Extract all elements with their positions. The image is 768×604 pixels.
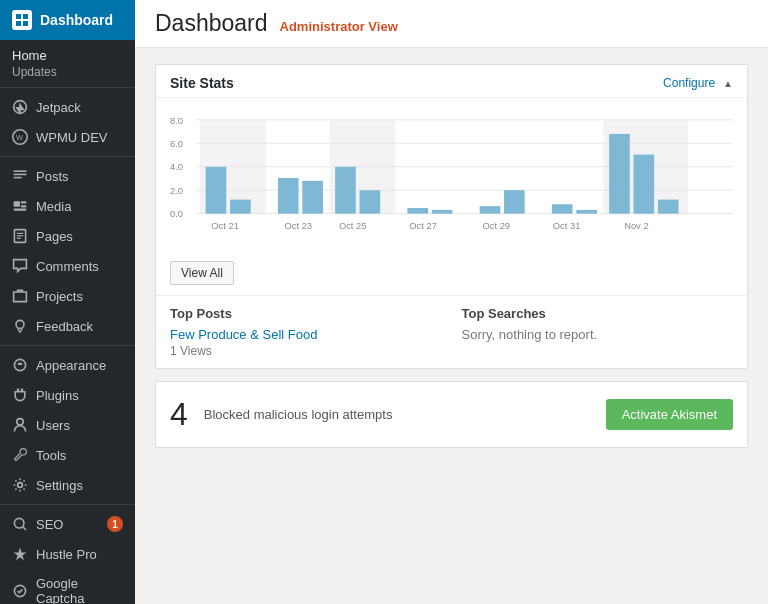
wpmu-icon: W [12, 129, 28, 145]
svg-rect-49 [552, 204, 573, 213]
content-area: Site Stats Configure ▲ 8.0 6.0 4.0 2.0 0… [135, 48, 768, 464]
sidebar-item-media[interactable]: Media [0, 191, 135, 221]
sidebar-header[interactable]: Dashboard [0, 0, 135, 40]
svg-rect-3 [23, 21, 28, 26]
top-searches-title: Top Searches [462, 306, 734, 321]
tools-icon [12, 447, 28, 463]
svg-text:0.0: 0.0 [170, 209, 183, 219]
svg-rect-45 [407, 208, 428, 214]
top-posts-col: Top Posts Few Produce & Sell Food 1 View… [170, 306, 442, 358]
home-group: Home Updates [0, 40, 135, 83]
stats-chart: 8.0 6.0 4.0 2.0 0.0 [170, 108, 733, 248]
projects-icon [12, 288, 28, 304]
svg-text:Nov 2: Nov 2 [624, 221, 649, 231]
sidebar-item-plugins[interactable]: Plugins [0, 380, 135, 410]
sidebar-label-wpmu: WPMU DEV [36, 130, 123, 145]
svg-rect-8 [14, 174, 27, 176]
svg-text:6.0: 6.0 [170, 139, 183, 149]
sidebar-item-feedback[interactable]: Feedback [0, 311, 135, 341]
jetpack-icon [12, 99, 28, 115]
svg-text:8.0: 8.0 [170, 116, 183, 126]
sidebar-item-comments[interactable]: Comments [0, 251, 135, 281]
posts-icon [12, 168, 28, 184]
svg-text:Oct 23: Oct 23 [284, 221, 312, 231]
sidebar-item-wpmu[interactable]: W WPMU DEV [0, 122, 135, 152]
activate-akismet-button[interactable]: Activate Akismet [606, 399, 733, 430]
svg-rect-41 [302, 181, 323, 214]
svg-text:2.0: 2.0 [170, 186, 183, 196]
svg-rect-10 [14, 201, 20, 207]
svg-text:W: W [16, 133, 23, 142]
sidebar-label-seo: SEO [36, 517, 99, 532]
svg-rect-13 [14, 208, 27, 210]
feedback-icon [12, 318, 28, 334]
login-count: 4 [170, 396, 188, 433]
sidebar-title: Dashboard [40, 12, 113, 28]
svg-rect-46 [432, 210, 453, 214]
hustle-icon [12, 546, 28, 562]
seo-icon [12, 516, 28, 532]
sidebar: Dashboard Home Updates Jetpack W WPMU DE… [0, 0, 135, 604]
sidebar-item-appearance[interactable]: Appearance [0, 350, 135, 380]
sidebar-item-posts[interactable]: Posts [0, 161, 135, 191]
svg-text:Oct 25: Oct 25 [339, 221, 367, 231]
media-icon [12, 198, 28, 214]
top-searches-col: Top Searches Sorry, nothing to report. [462, 306, 734, 358]
top-posts-title: Top Posts [170, 306, 442, 321]
sidebar-item-hustle[interactable]: Hustle Pro [0, 539, 135, 569]
main-content: Dashboard Administrator View Site Stats … [135, 0, 768, 604]
sidebar-item-projects[interactable]: Projects [0, 281, 135, 311]
divider-3 [0, 345, 135, 346]
captcha-icon [12, 583, 28, 599]
stats-header: Site Stats Configure ▲ [156, 65, 747, 98]
sidebar-label-comments: Comments [36, 259, 123, 274]
svg-rect-15 [17, 233, 23, 234]
top-post-link[interactable]: Few Produce & Sell Food [170, 327, 317, 342]
svg-text:4.0: 4.0 [170, 162, 183, 172]
sidebar-label-projects: Projects [36, 289, 123, 304]
sidebar-item-seo[interactable]: SEO 1 [0, 509, 135, 539]
sidebar-item-home[interactable]: Home [12, 48, 123, 63]
pages-icon [12, 228, 28, 244]
svg-rect-43 [335, 167, 356, 214]
plugins-icon [12, 387, 28, 403]
page-title: Dashboard [155, 10, 268, 37]
sidebar-item-updates[interactable]: Updates [12, 63, 123, 79]
svg-rect-11 [21, 201, 27, 203]
view-all-button[interactable]: View All [170, 261, 234, 285]
configure-group: Configure ▲ [663, 76, 733, 90]
settings-icon [12, 477, 28, 493]
divider-4 [0, 504, 135, 505]
svg-rect-39 [230, 200, 251, 214]
svg-rect-52 [609, 134, 630, 214]
configure-link[interactable]: Configure [663, 76, 715, 90]
svg-rect-53 [634, 155, 655, 214]
svg-rect-47 [480, 206, 501, 214]
sidebar-item-pages[interactable]: Pages [0, 221, 135, 251]
svg-text:Oct 27: Oct 27 [409, 221, 437, 231]
svg-text:Oct 29: Oct 29 [482, 221, 510, 231]
sidebar-item-jetpack[interactable]: Jetpack [0, 92, 135, 122]
sidebar-item-users[interactable]: Users [0, 410, 135, 440]
topbar: Dashboard Administrator View [135, 0, 768, 48]
top-searches-message: Sorry, nothing to report. [462, 327, 598, 342]
users-icon [12, 417, 28, 433]
sidebar-item-tools[interactable]: Tools [0, 440, 135, 470]
sidebar-item-captcha[interactable]: Google Captcha [0, 569, 135, 604]
svg-rect-17 [17, 238, 21, 239]
svg-rect-38 [206, 167, 227, 214]
divider-1 [0, 87, 135, 88]
sidebar-item-settings[interactable]: Settings [0, 470, 135, 500]
svg-text:Oct 31: Oct 31 [553, 221, 581, 231]
svg-rect-16 [17, 235, 23, 236]
login-description: Blocked malicious login attempts [204, 407, 590, 422]
sidebar-label-users: Users [36, 418, 123, 433]
sidebar-label-hustle: Hustle Pro [36, 547, 123, 562]
stats-title: Site Stats [170, 75, 234, 91]
svg-rect-48 [504, 190, 525, 213]
arrow-up-icon: ▲ [723, 78, 733, 89]
svg-rect-12 [21, 205, 27, 207]
sidebar-label-settings: Settings [36, 478, 123, 493]
appearance-icon [12, 357, 28, 373]
comments-icon [12, 258, 28, 274]
